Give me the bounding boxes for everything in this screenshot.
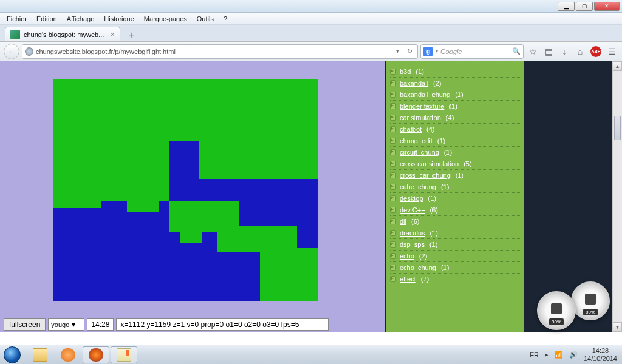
category-count: (1) (430, 229, 438, 237)
category-link[interactable]: dll (400, 218, 406, 225)
page-main: fullscreen yougo ▾ 14:28 x=1112 y=1159 z… (0, 61, 385, 332)
category-link[interactable]: b3d (400, 68, 411, 75)
category-link[interactable]: echo (400, 252, 414, 260)
task-notepadpp[interactable] (111, 346, 137, 363)
sidebar-item[interactable]: effect(7) (390, 274, 520, 285)
menu-view[interactable]: Affichage (63, 14, 99, 24)
bullet-icon (390, 265, 396, 271)
category-count: (1) (437, 137, 445, 144)
sidebar-item[interactable]: cross car simulation(5) (390, 158, 520, 170)
sidebar-item[interactable]: b3d(1) (390, 66, 520, 78)
maximize-button[interactable]: ▢ (576, 2, 593, 11)
task-buttons (24, 346, 137, 363)
browser-tab[interactable]: chung's blogspot: myweb... × (5, 27, 120, 41)
home-icon[interactable]: ⌂ (573, 45, 587, 58)
category-link[interactable]: dev C++ (400, 206, 425, 214)
bullet-icon (390, 161, 396, 167)
taskbar-clock[interactable]: 14:28 14/10/2014 (584, 347, 617, 362)
sidebar-item[interactable]: dev C++(6) (390, 204, 520, 216)
category-link[interactable]: cross_car_chung (400, 172, 451, 179)
sidebar-item[interactable]: baxandall(2) (390, 78, 520, 89)
menu-file[interactable]: Fichier (2, 14, 31, 24)
bookmarks-list-icon[interactable]: ▤ (542, 45, 555, 58)
sidebar-item[interactable]: cube_chung(1) (390, 181, 520, 193)
window-titlebar: ▁ ▢ ✕ (0, 0, 622, 13)
menu-history[interactable]: Historique (100, 14, 138, 24)
browser-menubar: Fichier Édition Affichage Historique Mar… (0, 13, 622, 25)
clock-time: 14:28 (584, 347, 617, 354)
search-bar[interactable]: g ▾ Google 🔍 (420, 44, 524, 59)
scroll-thumb[interactable] (614, 116, 621, 140)
sidebar-item[interactable]: desktop(1) (390, 193, 520, 204)
bullet-icon (390, 195, 396, 201)
category-link[interactable]: draculus (400, 229, 425, 237)
bookmark-star-icon[interactable]: ☆ (526, 45, 539, 58)
category-link[interactable]: blender texture (400, 103, 444, 110)
adblock-icon[interactable]: ABP (589, 45, 603, 58)
wifi-icon[interactable]: 📶 (555, 351, 563, 359)
category-link[interactable]: cross car simulation (400, 160, 459, 167)
search-dropdown-icon[interactable]: ▾ (436, 49, 438, 54)
category-count: (5) (463, 160, 471, 167)
sidebar-item[interactable]: blender texture(1) (390, 101, 520, 112)
url-text: chungswebsite.blogspot.fr/p/mywebglfligh… (36, 48, 391, 55)
category-sidebar: b3d(1)baxandall(2)baxandall_chung(1)blen… (386, 61, 524, 332)
back-button[interactable]: ← (4, 44, 19, 59)
category-link[interactable]: car simulation (400, 114, 441, 121)
search-go-icon[interactable]: 🔍 (512, 47, 521, 55)
sidebar-item[interactable]: baxandall_chung(1) (390, 89, 520, 101)
menu-edit[interactable]: Édition (32, 14, 61, 24)
fullscreen-button[interactable]: fullscreen (4, 318, 46, 331)
tray-flag-icon[interactable]: ▸ (545, 351, 549, 359)
close-button[interactable]: ✕ (594, 2, 620, 11)
dropdown-icon[interactable]: ▾ (394, 47, 402, 55)
category-link[interactable]: effect (400, 275, 416, 283)
menu-tools[interactable]: Outils (193, 14, 218, 24)
sidebar-item[interactable]: dsp_sps(1) (390, 239, 520, 251)
start-button[interactable] (0, 345, 24, 365)
category-count: (1) (444, 149, 452, 156)
language-indicator[interactable]: FR (530, 351, 539, 359)
category-link[interactable]: chatbot (400, 126, 422, 133)
volume-icon[interactable]: 🔊 (569, 351, 578, 359)
category-count: (1) (449, 103, 457, 110)
category-link[interactable]: circuit_chung (400, 149, 439, 156)
category-link[interactable]: chung_edit (400, 137, 432, 144)
sidebar-item[interactable]: echo(2) (390, 251, 520, 262)
new-tab-button[interactable]: + (124, 29, 138, 41)
category-link[interactable]: cube_chung (400, 183, 436, 190)
reload-icon[interactable]: ↻ (405, 47, 415, 55)
address-bar[interactable]: chungswebsite.blogspot.fr/p/mywebglfligh… (22, 44, 418, 59)
sidebar-item[interactable]: cross_car_chung(1) (390, 170, 520, 181)
sidebar-item[interactable]: circuit_chung(1) (390, 147, 520, 158)
sidebar-item[interactable]: dll(6) (390, 216, 520, 228)
sidebar-item[interactable]: car simulation(4) (390, 112, 520, 124)
category-count: (1) (455, 91, 463, 98)
category-link[interactable]: dsp_sps (400, 241, 425, 248)
hamburger-menu-icon[interactable]: ☰ (605, 45, 618, 58)
page-content: fullscreen yougo ▾ 14:28 x=1112 y=1159 z… (0, 61, 622, 332)
tab-close-icon[interactable]: × (110, 30, 115, 39)
category-link[interactable]: desktop (400, 195, 423, 202)
task-mediaplayer[interactable] (55, 346, 81, 363)
sidebar-item[interactable]: draculus(1) (390, 228, 520, 239)
task-explorer[interactable] (27, 346, 53, 363)
sidebar-item[interactable]: chatbot(4) (390, 124, 520, 135)
downloads-icon[interactable]: ↓ (558, 45, 571, 58)
scroll-down-icon[interactable]: ▼ (613, 322, 622, 332)
category-link[interactable]: baxandall_chung (400, 91, 450, 98)
vertical-scrollbar[interactable]: ▲ ▼ (612, 61, 622, 332)
mode-select[interactable]: yougo ▾ (48, 318, 84, 331)
bullet-icon (390, 230, 396, 236)
menu-bookmarks[interactable]: Marque-pages (140, 14, 191, 24)
minimize-button[interactable]: ▁ (558, 2, 575, 11)
webgl-canvas[interactable] (53, 79, 318, 301)
menu-help[interactable]: ? (219, 14, 231, 24)
scroll-up-icon[interactable]: ▲ (613, 61, 622, 71)
sidebar-item[interactable]: chung_edit(1) (390, 135, 520, 147)
task-firefox[interactable] (83, 346, 109, 363)
category-link[interactable]: echo_chung (400, 264, 436, 271)
bullet-icon (390, 115, 396, 121)
category-link[interactable]: baxandall (400, 79, 428, 87)
sidebar-item[interactable]: echo_chung(1) (390, 262, 520, 274)
